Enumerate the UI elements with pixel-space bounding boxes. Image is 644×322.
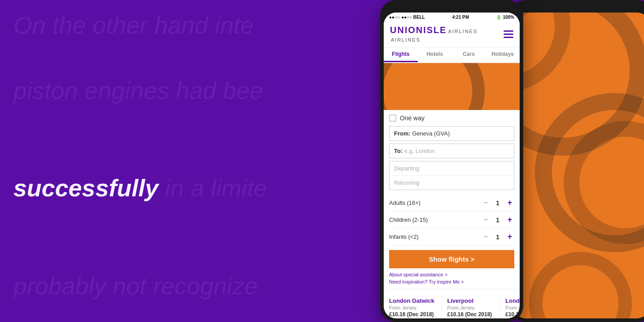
deal-card-2: London Gatw... From Inverne... £10.16 (J… [500,294,520,318]
logo-brand: UnionisleAIRLINES [390,25,478,35]
battery-icon: 🔋 [496,15,501,20]
phone-screen: ●●○○ ●●○○ BELL 4:21 PM 🔋 100% UnionisleA… [384,13,520,318]
one-way-label: One way [400,114,424,122]
deal-from-0: From Jersey [389,305,436,310]
to-field[interactable]: To: e.g. London [389,144,514,158]
adults-plus[interactable]: + [505,198,514,208]
orange-background: Flights Hotels Cars Holidays [384,47,520,110]
to-label: To: [394,148,402,154]
one-way-row: One way [389,114,514,122]
children-controls: − 1 + [481,215,514,225]
signal-dots: ●●○○ [389,15,400,20]
infants-row: Infants (<2) − 1 + [389,229,514,246]
adults-row: Adults (16+) − 1 + [389,195,514,212]
date-fields: Departing Returning [389,161,514,190]
hamburger-menu[interactable] [504,30,513,38]
status-right: 🔋 100% [496,15,514,20]
deal-price-0: £10.16 (Dec 2018) [389,311,436,318]
tab-cars[interactable]: Cars [452,47,486,62]
deal-from-2: From Inverne... [505,305,520,310]
one-way-checkbox[interactable] [389,114,396,122]
navigation-tabs: Flights Hotels Cars Holidays [384,47,520,63]
from-label: From: [394,130,411,137]
departing-field[interactable]: Departing [390,161,514,176]
search-form: One way From: Geneva (GVA) To: e.g. Lond… [384,110,520,289]
infants-label: Infants (<2) [389,233,419,240]
deal-from-1: From Jersey [447,305,494,310]
adults-minus[interactable]: − [481,198,490,208]
deal-city-1: Liverpool [447,297,494,304]
adults-controls: − 1 + [481,198,514,208]
tab-flights[interactable]: Flights [384,47,418,62]
infants-count: 1 [495,233,501,241]
inspire-link[interactable]: Need inspiration? Try inspire Me > [389,279,514,284]
deal-city-0: London Gatwick [389,297,436,304]
deal-city-2: London Gatw... [505,297,520,304]
children-count: 1 [495,216,501,224]
deal-card-0: London Gatwick From Jersey £10.16 (Dec 2… [384,294,442,318]
from-field[interactable]: From: Geneva (GVA) [389,126,514,141]
hamburger-line-1 [504,30,513,32]
deal-price-1: £10.16 (Dec 2018) [447,311,494,318]
status-bar: ●●○○ ●●○○ BELL 4:21 PM 🔋 100% [384,13,520,21]
main-phone: ●●○○ ●●○○ BELL 4:21 PM 🔋 100% UnionisleA… [349,0,555,322]
from-value: Geneva (GVA) [412,130,449,137]
tab-holidays[interactable]: Holidays [486,47,520,62]
to-placeholder: e.g. London [404,148,435,154]
phone-frame: ●●○○ ●●○○ BELL 4:21 PM 🔋 100% UnionisleA… [380,0,523,322]
logo-subtitle: AIRLINES [391,37,420,42]
infants-controls: − 1 + [481,232,514,242]
time-display: 4:21 PM [452,15,469,20]
deal-card-1: Liverpool From Jersey £10.16 (Dec 2018) … [442,294,500,318]
adults-count: 1 [495,199,501,207]
hamburger-line-2 [504,34,513,35]
battery-percent: 100% [503,15,514,20]
tab-hotels[interactable]: Hotels [418,47,452,62]
adults-label: Adults (16+) [389,199,420,206]
children-plus[interactable]: + [505,215,514,225]
deal-price-2: £10.16 (Jan 2... [505,311,520,318]
children-row: Children (2-15) − 1 + [389,212,514,229]
app-header: UnionisleAIRLINES AIRLINES [384,21,520,47]
logo: UnionisleAIRLINES AIRLINES [390,25,504,43]
returning-field[interactable]: Returning [390,176,514,190]
svg-point-1 [572,129,644,236]
children-minus[interactable]: − [481,215,490,225]
hamburger-line-3 [504,37,513,38]
assistance-link[interactable]: About special assistance > [389,272,514,277]
status-left: ●●○○ ●●○○ BELL [389,15,425,20]
deals-section: London Gatwick From Jersey £10.16 (Dec 2… [384,289,520,318]
infants-plus[interactable]: + [505,232,514,242]
infants-minus[interactable]: − [481,232,490,242]
children-label: Children (2-15) [389,216,428,223]
show-flights-button[interactable]: Show flights > [389,250,514,268]
carrier: ●●○○ BELL [401,15,425,20]
